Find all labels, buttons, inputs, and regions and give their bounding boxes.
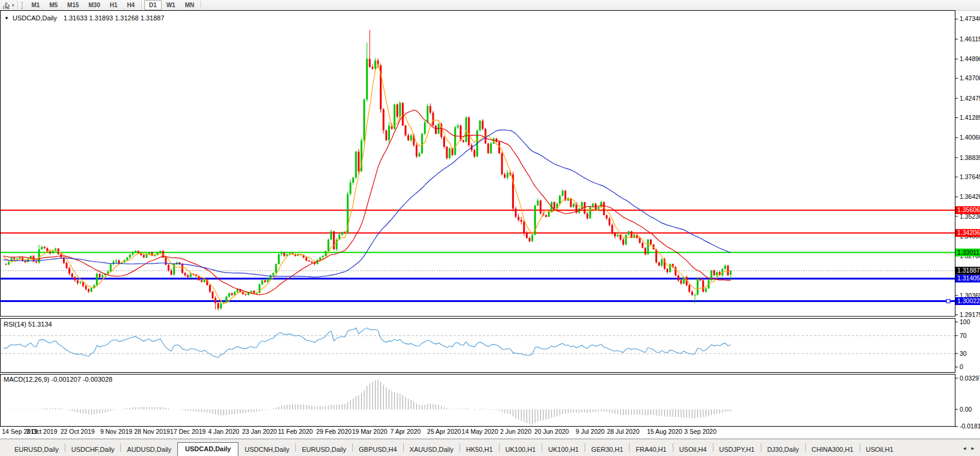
cursor-tool-caret-icon[interactable]: ▾ — [12, 3, 14, 8]
tab-scroll-left-icon[interactable]: ◄ — [962, 446, 967, 451]
tf-button-m5[interactable]: M5 — [44, 0, 62, 10]
price-level-badge: 1.30022 — [957, 297, 980, 304]
timeframe-toolbar: ▾ M1 M5 M15 M30 H1 H4 D1 W1 MN — [0, 0, 980, 11]
rsi-tick-label: 100 — [960, 318, 970, 325]
tab-uk100-h1-1[interactable]: UK100,H1 — [500, 443, 542, 456]
price-axis-labels: 1.356061.342061.330111.314051.300221.318… — [955, 206, 980, 305]
tab-hk50-h1[interactable]: HK50,H1 — [460, 443, 499, 456]
toolbar-separator — [141, 1, 143, 9]
chart-title-ohlc: 1.31633 1.31893 1.31268 1.31887 — [63, 14, 164, 22]
date-tick-label: 25 Apr 2020 — [427, 428, 461, 435]
tab-usoil-h1[interactable]: USOil,H1 — [860, 443, 900, 456]
date-tick-label: 15 Aug 2020 — [647, 428, 682, 435]
tf-button-m15[interactable]: M15 — [62, 0, 83, 10]
date-tick-label: 29 Feb 2020 — [316, 428, 352, 435]
chart-title-symbol: USDCAD,Daily — [13, 14, 57, 22]
tf-button-d1[interactable]: D1 — [144, 0, 162, 10]
date-tick-label: 9 Jul 2020 — [576, 428, 605, 435]
date-tick-label: 19 Mar 2020 — [352, 428, 388, 435]
macd-tick-label: -0.01815 — [960, 422, 980, 430]
tab-dj30-daily[interactable]: DJ30,Daily — [761, 443, 805, 456]
price-tick-label: 1.38835 — [960, 154, 980, 161]
price-tick-label: 1.37645 — [960, 173, 980, 180]
date-tick-label: 14 May 2020 — [462, 428, 498, 435]
tf-button-m30[interactable]: M30 — [84, 0, 105, 10]
tab-eurusd-daily-2[interactable]: EURUSD,Daily — [296, 443, 352, 456]
price-tick-label: 1.41285 — [960, 114, 980, 121]
date-tick-label: 28 Jul 2020 — [607, 428, 639, 435]
chart-canvas[interactable]: 1.473401.461151.448901.437001.424751.412… — [0, 10, 980, 439]
tab-gbpusd-h4[interactable]: GBPUSD,H4 — [353, 443, 403, 456]
tab-audusd-daily[interactable]: AUDUSD,Daily — [121, 443, 177, 456]
tab-uk100-h1-2[interactable]: UK100,H1 — [542, 443, 585, 456]
price-axis[interactable]: 1.473401.461151.448901.437001.424751.412… — [955, 15, 980, 430]
price-tick-label: 1.40060 — [960, 134, 980, 141]
cursor-tool-icon[interactable] — [2, 1, 11, 10]
rsi-label: RSI(14) 51.3134 — [4, 321, 52, 328]
tf-button-h4[interactable]: H4 — [122, 0, 140, 10]
price-tick-label: 1.43700 — [960, 74, 980, 81]
price-tick-label: 1.36420 — [960, 193, 980, 200]
price-level-badge: 1.31887 — [957, 267, 980, 274]
macd-tick-label: 0.032972 — [960, 375, 980, 382]
macd-tick-label: 0.00 — [960, 406, 972, 413]
price-level-badge: 1.34206 — [957, 229, 980, 236]
tf-button-h1[interactable]: H1 — [105, 0, 122, 10]
tf-button-w1[interactable]: W1 — [162, 0, 180, 10]
date-tick-label: 7 Apr 2020 — [391, 428, 421, 435]
tab-usdcnh-daily[interactable]: USDCNH,Daily — [238, 443, 295, 456]
rsi-panel[interactable] — [1, 319, 955, 373]
price-level-badge: 1.35606 — [957, 206, 980, 213]
price-tick-label: 1.46115 — [960, 35, 980, 43]
tab-usdjpy-h1[interactable]: USDJPY,H1 — [713, 443, 761, 456]
chart-title: USDCAD,Daily 1.31633 1.31893 1.31268 1.3… — [13, 14, 164, 22]
macd-label: MACD(12,26,9) -0.001207 -0.003028 — [4, 376, 113, 383]
price-tick-label: 1.47340 — [960, 15, 980, 22]
tab-ger30-h1[interactable]: GER30,H1 — [585, 443, 629, 456]
tab-scroll-controls: ◄ ► — [960, 446, 980, 456]
tab-eurusd-daily-1[interactable]: EURUSD,Daily — [8, 443, 65, 456]
chart-tab-bar: EURUSD,Daily USDCHF,Daily AUDUSD,Daily U… — [0, 439, 980, 456]
tf-button-m1[interactable]: M1 — [27, 0, 45, 10]
tab-usoil-h4[interactable]: USOil,H4 — [673, 443, 713, 456]
tab-scroll-right-icon[interactable]: ► — [970, 446, 975, 451]
date-tick-label: 20 Jun 2020 — [534, 428, 569, 435]
tab-china300-h1[interactable]: CHINA300,H1 — [806, 443, 860, 456]
date-tick-label: 17 Dec 2019 — [170, 428, 206, 435]
date-tick-label: 2 Jun 2020 — [500, 428, 531, 435]
date-tick-label: 4 Jan 2020 — [208, 428, 239, 435]
chart-dropdown-icon[interactable]: ▼ — [4, 16, 9, 21]
date-tick-label: 3 Sep 2020 — [684, 428, 716, 435]
tf-button-mn[interactable]: MN — [180, 0, 199, 10]
tab-fra40-h1[interactable]: FRA40,H1 — [630, 443, 672, 456]
level-line-handle[interactable] — [946, 300, 950, 303]
price-tick-label: 1.29175 — [960, 311, 980, 318]
price-tick-label: 1.42475 — [960, 95, 980, 102]
price-tick-label: 1.44890 — [960, 55, 980, 62]
date-tick-label: 22 Oct 2019 — [61, 428, 95, 435]
toolbar-drag-grip[interactable] — [22, 2, 25, 9]
tab-xauusd-daily[interactable]: XAUUSD,Daily — [404, 443, 459, 456]
date-tick-label: 28 Nov 2019 — [134, 428, 170, 435]
date-tick-label: 23 Jan 2020 — [242, 428, 277, 435]
rsi-tick-label: 70 — [960, 332, 967, 339]
rsi-tick-label: 30 — [960, 350, 967, 357]
macd-panel[interactable] — [1, 375, 955, 427]
date-tick-label: 3 Oct 2019 — [26, 428, 58, 435]
mt4-window: ▾ M1 M5 M15 M30 H1 H4 D1 W1 MN 1.473401.… — [0, 0, 980, 456]
price-level-badge: 1.33011 — [957, 249, 979, 256]
toolbar-separator — [17, 1, 19, 9]
toolbar-separator — [201, 1, 202, 9]
date-tick-label: 11 Feb 2020 — [278, 428, 313, 435]
rsi-tick-label: 0 — [960, 363, 963, 370]
date-tick-label: 9 Nov 2019 — [100, 428, 132, 435]
tab-usdchf-daily[interactable]: USDCHF,Daily — [65, 443, 120, 456]
tab-usdcad-daily-active[interactable]: USDCAD,Daily — [177, 442, 238, 456]
time-axis[interactable]: 14 Sep 20193 Oct 201922 Oct 20199 Nov 20… — [2, 428, 716, 435]
price-level-badge: 1.31405 — [957, 274, 980, 282]
